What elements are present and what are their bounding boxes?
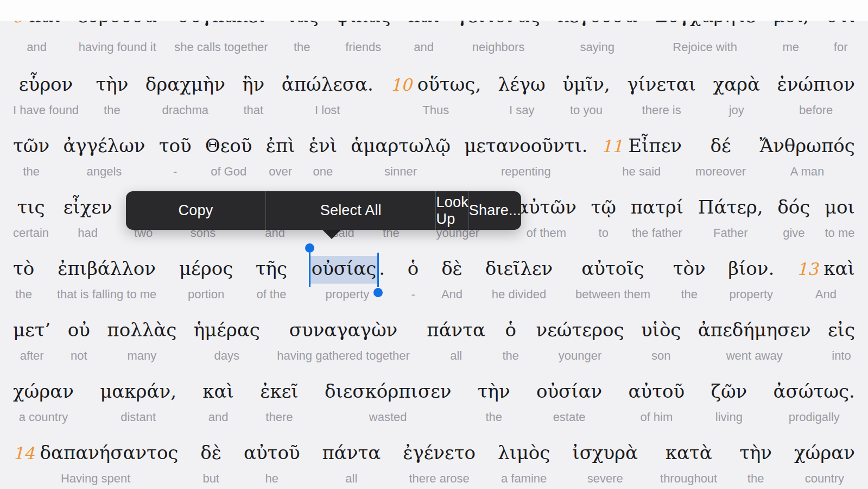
word-unit[interactable]: νεώτεροςyounger bbox=[536, 311, 624, 363]
word-unit[interactable]: δόςgive bbox=[777, 188, 810, 240]
greek-word[interactable]: ζῶν bbox=[711, 372, 747, 410]
word-unit[interactable]: κατὰthroughout bbox=[660, 434, 717, 486]
greek-word[interactable]: ἁμαρτωλῷ bbox=[351, 127, 451, 165]
word-unit[interactable]: ἐνώπιονbefore bbox=[777, 65, 854, 117]
word-unit[interactable]: πατρίthe father bbox=[631, 188, 683, 240]
greek-word[interactable]: βίον. bbox=[728, 249, 774, 287]
greek-word[interactable]: τῶν bbox=[13, 127, 49, 165]
word-unit[interactable]: γίνεταιthere is bbox=[627, 65, 696, 117]
greek-word[interactable]: διεσκόρπισεν bbox=[325, 372, 452, 410]
word-unit[interactable]: τὰςthe bbox=[286, 21, 319, 54]
selection-bar-start[interactable] bbox=[309, 253, 311, 287]
word-unit[interactable]: λιμὸςa famine bbox=[498, 434, 550, 486]
greek-word[interactable]: λέγω bbox=[498, 65, 546, 103]
greek-word[interactable]: πάντα bbox=[427, 311, 485, 349]
word-unit[interactable]: αὐτοῖςbetween them bbox=[575, 249, 650, 302]
word-unit[interactable]: χώρανa country bbox=[13, 372, 74, 424]
greek-word[interactable]: μοι bbox=[825, 188, 855, 226]
word-unit[interactable]: ΣυγχάρητέRejoice with bbox=[655, 21, 755, 54]
greek-word[interactable]: ἀπεδήμησεν bbox=[698, 311, 811, 349]
greek-word[interactable]: Ἄνθρωπός bbox=[759, 127, 855, 165]
greek-word[interactable]: δός bbox=[777, 188, 810, 226]
greek-word[interactable]: νεώτερος bbox=[536, 311, 624, 349]
greek-word[interactable]: διεῖλεν bbox=[485, 249, 553, 287]
greek-word[interactable]: μετ’ bbox=[13, 311, 50, 349]
word-unit[interactable]: ζῶνliving bbox=[711, 372, 747, 424]
greek-word[interactable]: μετανοοῦντι. bbox=[464, 127, 587, 165]
word-unit[interactable]: τῷto bbox=[591, 188, 617, 240]
word-unit[interactable]: δραχμὴνdrachma bbox=[145, 65, 225, 117]
greek-word[interactable]: τῷ bbox=[591, 188, 617, 226]
word-unit[interactable]: τὸνthe bbox=[673, 249, 706, 302]
greek-word[interactable]: εἶχεν bbox=[64, 188, 112, 226]
greek-word[interactable]: εὑροῦσα bbox=[78, 21, 157, 30]
selection-handle-end-icon[interactable] bbox=[373, 288, 383, 297]
word-unit[interactable]: μοιto me bbox=[825, 188, 855, 240]
greek-word[interactable]: οὐσίας. bbox=[310, 249, 385, 287]
word-unit[interactable]: τὴνthe bbox=[478, 372, 510, 424]
greek-word[interactable]: φίλας bbox=[336, 21, 391, 30]
greek-word[interactable]: οὐ bbox=[68, 311, 90, 349]
menu-item-share[interactable]: Share... bbox=[469, 191, 521, 230]
word-unit[interactable]: ἑνὶone bbox=[309, 127, 337, 179]
word-unit[interactable]: δὲbut bbox=[200, 434, 221, 486]
word-unit[interactable]: οὐnot bbox=[68, 311, 90, 363]
selection-handle-start-icon[interactable] bbox=[305, 243, 314, 253]
greek-word[interactable]: γίνεται bbox=[627, 65, 696, 103]
greek-word[interactable]: δὲ bbox=[441, 249, 462, 287]
greek-word[interactable]: τὴν bbox=[478, 372, 510, 410]
greek-word[interactable]: λιμὸς bbox=[498, 434, 550, 472]
greek-word[interactable]: αὐτοῦ bbox=[629, 372, 685, 410]
greek-word[interactable]: αὐτοῖς bbox=[581, 249, 644, 287]
greek-word[interactable]: ἡμέρας bbox=[194, 311, 260, 349]
word-unit[interactable]: ἐγένετοthere arose bbox=[403, 434, 476, 486]
word-unit[interactable]: ἐπιβάλλονthat is falling to me bbox=[57, 249, 156, 302]
greek-word[interactable]: συγκαλεῖ bbox=[178, 21, 265, 30]
greek-word[interactable]: 14δαπανήσαντος bbox=[13, 434, 178, 472]
word-unit[interactable]: συναγαγὼνhaving gathered together bbox=[277, 311, 410, 363]
menu-item-look-up[interactable]: Look Up bbox=[436, 191, 468, 230]
word-unit[interactable]: εἰςinto bbox=[828, 311, 855, 363]
word-unit[interactable]: αὐτῶνof them bbox=[516, 188, 576, 240]
greek-word[interactable]: δέ bbox=[711, 127, 731, 165]
greek-word[interactable]: κατὰ bbox=[666, 434, 712, 472]
selection-bar-end[interactable] bbox=[377, 253, 379, 287]
menu-item-copy[interactable]: Copy bbox=[126, 191, 265, 230]
greek-word[interactable]: μοι, bbox=[772, 21, 809, 30]
greek-word[interactable]: ὑμῖν, bbox=[562, 65, 610, 103]
greek-word[interactable]: 11Εἶπεν bbox=[601, 127, 682, 165]
greek-word[interactable]: ἑνὶ bbox=[309, 127, 337, 165]
greek-word[interactable]: ἐπιβάλλον bbox=[58, 249, 156, 287]
word-unit[interactable]: διεσκόρπισενwasted bbox=[325, 372, 452, 424]
word-unit[interactable]: τοῦ- bbox=[159, 127, 192, 179]
word-unit[interactable]: χαρὰjoy bbox=[713, 65, 761, 117]
greek-word[interactable]: 9καὶ bbox=[13, 21, 60, 30]
word-unit[interactable]: εὑροῦσαhaving found it bbox=[78, 21, 157, 54]
word-unit[interactable]: πολλὰςmany bbox=[107, 311, 176, 363]
greek-word[interactable]: λέγουσα bbox=[557, 21, 637, 30]
word-unit[interactable]: 11Εἶπενhe said bbox=[601, 127, 682, 179]
greek-word[interactable]: τις bbox=[17, 188, 45, 226]
word-unit[interactable]: οὐσίανestate bbox=[536, 372, 602, 424]
greek-word[interactable]: πατρί bbox=[631, 188, 683, 226]
word-unit[interactable]: ὁthe bbox=[502, 311, 519, 363]
selected-word[interactable]: οὐσίας bbox=[310, 256, 378, 284]
word-unit[interactable]: γείτοναςneighbors bbox=[457, 21, 540, 54]
word-unit[interactable]: ἣνthat bbox=[242, 65, 264, 117]
greek-word[interactable]: ὅτι bbox=[826, 21, 855, 30]
word-unit[interactable]: ὁ- bbox=[408, 249, 419, 302]
greek-word[interactable]: ἐπὶ bbox=[266, 127, 295, 165]
greek-word[interactable]: πάντα bbox=[322, 434, 381, 472]
word-unit[interactable]: υἱὸςson bbox=[641, 311, 681, 363]
word-unit[interactable]: μακράν,distant bbox=[100, 372, 176, 424]
word-unit[interactable]: δὲAnd bbox=[441, 249, 462, 302]
greek-word[interactable]: τὴν bbox=[96, 65, 128, 103]
greek-word[interactable]: υἱὸς bbox=[641, 311, 681, 349]
word-unit[interactable]: καὶand bbox=[408, 21, 440, 54]
greek-word[interactable]: γείτονας bbox=[457, 21, 540, 30]
word-unit[interactable]: βίον.property bbox=[728, 249, 774, 302]
word-unit[interactable]: αὐτοῦhe bbox=[244, 434, 300, 486]
word-unit[interactable]: ἀπώλεσα.I lost bbox=[282, 65, 373, 117]
word-unit[interactable]: μετ’after bbox=[13, 311, 50, 363]
word-unit[interactable]: 9καὶand bbox=[13, 21, 60, 54]
